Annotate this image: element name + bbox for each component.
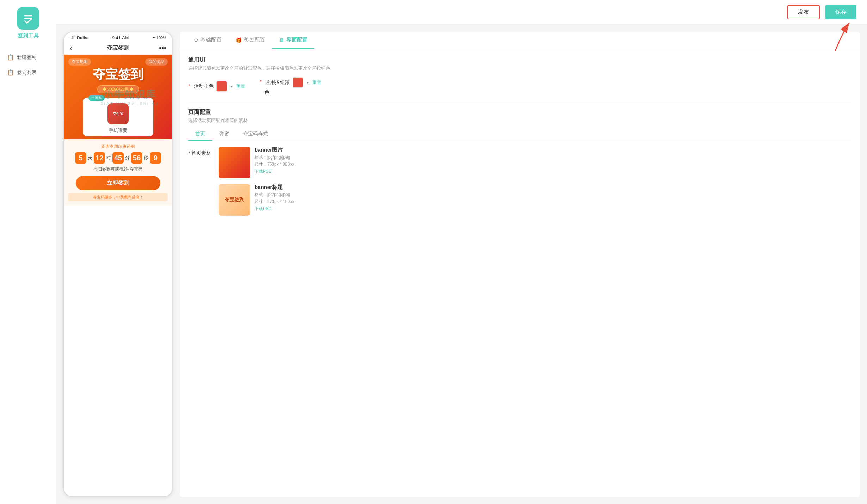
material-size-banner-title: 尺寸：570px * 150px [254, 199, 294, 205]
main-area: 发布 保存 ..ill Duiba 9:41 AM ✦ 100% [56, 0, 867, 504]
tab-basic-label: 基础配置 [201, 37, 222, 43]
material-format-banner-title: 格式：jpg/png/jpeg [254, 192, 294, 198]
checkin-button[interactable]: 立即签到 [76, 176, 160, 190]
sidebar-item-new-checkin-label: 新建签到 [17, 54, 37, 61]
material-name-banner-title: banner标题 [254, 184, 294, 191]
sidebar: 签到工具 📋 新建签到 📋 签到列表 [0, 0, 56, 504]
primary-color-label: 活动主色 [194, 83, 214, 90]
countdown-extra: 9 [150, 152, 161, 164]
more-icon[interactable]: ••• [159, 44, 166, 52]
back-icon[interactable]: ‹ [70, 44, 72, 52]
materials-section-2: 夺宝签到 banner标题 格式：jpg/png/jpeg 尺寸：570px *… [188, 184, 851, 216]
button-color-label: 通用按钮颜 [265, 79, 290, 86]
status-time: 9:41 AM [112, 35, 129, 41]
materials-label-2 [188, 184, 213, 188]
page-config-desc: 选择活动页面配置相应的素材 [188, 117, 851, 124]
primary-color-reset[interactable]: 重置 [236, 83, 245, 90]
material-item-list: banner图片 格式：jpg/png/jpeg 尺寸：750px * 800p… [219, 147, 294, 178]
countdown-label: 距离本期结束还剩 [68, 143, 168, 149]
nav-wrap: ‹ 夺宝签到 ••• [70, 44, 166, 52]
svg-rect-1 [24, 15, 32, 17]
countdown-min: 45 [112, 152, 124, 164]
required-star-2: * [259, 79, 262, 86]
button-color-label-second: 色 [259, 89, 269, 96]
material-thumb-banner [219, 147, 250, 178]
material-size-banner: 尺寸：750px * 800px [254, 161, 294, 167]
page-config-title: 页面配置 [188, 109, 851, 116]
right-panel: ⚙ 基础配置 🎁 奖励配置 🖥 界面配置 通用UI 选择背景颜色以更改全局的背景… [180, 32, 860, 497]
color-arrow-2[interactable]: ▼ [306, 81, 309, 85]
banner-area: 夺宝规则 我的奖品 夺宝签到 ◆ 20190428期 ◆ 一等奖 支付宝 手机话… [64, 55, 172, 139]
countdown-sec: 56 [131, 152, 142, 164]
checkin-list-icon: 📋 [7, 69, 14, 76]
material-download-banner[interactable]: 下载PSD [254, 168, 294, 174]
button-color-swatch[interactable] [293, 77, 303, 88]
materials-section: * 首页素材 banner图片 格式：jpg/png/jpeg 尺寸：750px… [188, 147, 851, 178]
rules-button[interactable]: 夺宝规则 [68, 58, 91, 66]
button-color-field: * 通用按钮颜 ▼ 重置 色 [259, 77, 321, 96]
unit-min: 分 [125, 155, 130, 161]
material-format-banner: 格式：jpg/png/jpeg [254, 154, 294, 160]
tab-ui[interactable]: 🖥 界面配置 [272, 32, 314, 49]
unit-sec: 秒 [144, 155, 148, 161]
status-battery: ✦ 100% [152, 36, 166, 40]
material-info-banner: banner图片 格式：jpg/png/jpeg 尺寸：750px * 800p… [254, 147, 294, 174]
sidebar-item-checkin-list-label: 签到列表 [17, 69, 37, 76]
prize-name: 手机话费 [88, 127, 148, 134]
my-prize-button[interactable]: 我的奖品 [145, 58, 168, 66]
sidebar-title: 签到工具 [18, 32, 39, 39]
promo-tip: 夺宝码越多，中奖概率越高！ [68, 193, 168, 201]
checkin-info: 今日签到可获得2注夺宝码 [68, 166, 168, 172]
material-item-list-2: 夺宝签到 banner标题 格式：jpg/png/jpeg 尺寸：570px *… [219, 184, 294, 216]
countdown-section: 距离本期结束还剩 5 天 12 时 45 分 56 秒 9 今日签到可获得2注夺… [64, 139, 172, 205]
sidebar-logo [17, 7, 39, 30]
header-right: 发布 保存 [787, 5, 856, 19]
main-tab-row: ⚙ 基础配置 🎁 奖励配置 🖥 界面配置 [180, 32, 860, 49]
basic-icon: ⚙ [194, 37, 198, 43]
general-desc: 选择背景颜色以更改全局的背景配色，选择按钮颜色以更改全局按钮色 [188, 65, 851, 72]
phone-preview: ..ill Duiba 9:41 AM ✦ 100% ‹ 夺宝签到 ••• 夺宝… [63, 32, 173, 497]
primary-color-swatch[interactable] [216, 81, 227, 92]
color-row: * 活动主色 ▼ 重置 * 通用按钮颜 ▼ 重置 [188, 77, 851, 96]
new-checkin-icon: 📋 [7, 54, 14, 61]
material-thumb-banner-title: 夺宝签到 [219, 184, 250, 216]
color-arrow-1[interactable]: ▼ [230, 85, 233, 88]
phone-status-bar: ..ill Duiba 9:41 AM ✦ 100% [64, 32, 172, 42]
sub-tab-home[interactable]: 首页 [188, 128, 212, 141]
required-star-1: * [188, 83, 190, 90]
banner-period: ◆ 20190428期 ◆ [97, 85, 139, 93]
material-name-banner: banner图片 [254, 147, 294, 153]
material-download-banner-title[interactable]: 下载PSD [254, 206, 294, 212]
tab-reward-label: 奖励配置 [244, 37, 265, 43]
prize-badge: 一等奖 [88, 95, 105, 101]
banner-title: 夺宝签到 [93, 66, 143, 83]
banner-top-buttons: 夺宝规则 我的奖品 [64, 58, 172, 66]
countdown-boxes: 5 天 12 时 45 分 56 秒 9 [68, 152, 168, 164]
countdown-day: 5 [75, 152, 86, 164]
unit-day: 天 [88, 155, 92, 161]
sidebar-menu: 📋 新建签到 📋 签到列表 [0, 50, 56, 80]
general-title: 通用UI [188, 56, 851, 64]
reward-icon: 🎁 [236, 37, 242, 43]
sidebar-item-new-checkin[interactable]: 📋 新建签到 [0, 50, 56, 65]
ui-icon: 🖥 [279, 37, 284, 43]
button-color-reset[interactable]: 重置 [312, 79, 321, 86]
publish-button[interactable]: 发布 [787, 5, 820, 19]
materials-label: * 首页素材 [188, 147, 213, 156]
save-button[interactable]: 保存 [825, 5, 856, 19]
sub-tab-popup[interactable]: 弹窗 [212, 128, 236, 141]
tab-basic[interactable]: ⚙ 基础配置 [187, 32, 229, 49]
header: 发布 保存 [56, 0, 867, 25]
tab-reward[interactable]: 🎁 奖励配置 [229, 32, 272, 49]
primary-color-field: * 活动主色 ▼ 重置 [188, 77, 245, 96]
prize-card: 一等奖 支付宝 手机话费 [83, 98, 153, 136]
status-carrier: ..ill Duiba [70, 36, 88, 41]
panel-content: 通用UI 选择背景颜色以更改全局的背景配色，选择按钮颜色以更改全局按钮色 * 活… [180, 49, 860, 228]
material-card-banner: banner图片 格式：jpg/png/jpeg 尺寸：750px * 800p… [219, 147, 294, 178]
prize-icon-text: 支付宝 [113, 111, 123, 116]
phone-nav-bar: ‹ 夺宝签到 ••• [64, 42, 172, 55]
sidebar-item-checkin-list[interactable]: 📋 签到列表 [0, 65, 56, 80]
sub-tab-code-style[interactable]: 夺宝码样式 [236, 128, 275, 141]
countdown-hour: 12 [94, 152, 105, 164]
prize-icon: 支付宝 [107, 103, 129, 124]
